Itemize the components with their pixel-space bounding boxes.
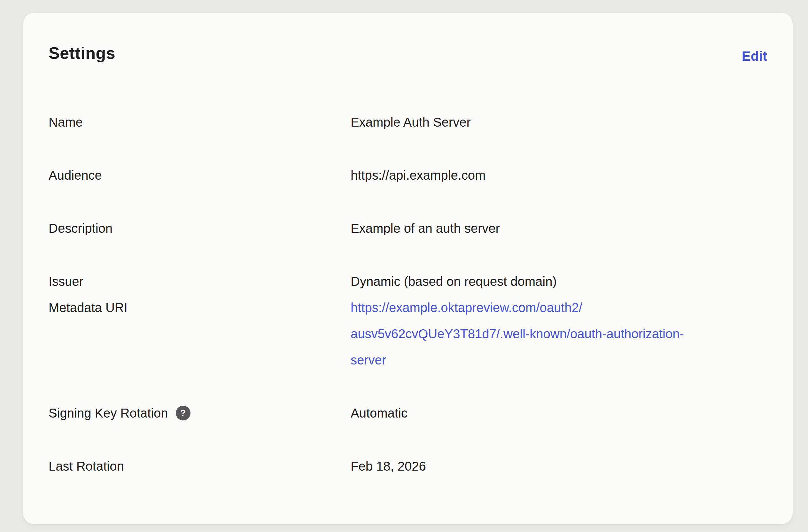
audience-label: Audience [49, 162, 351, 188]
row-audience: Audience https://api.example.com [49, 162, 767, 188]
last-rotation-label: Last Rotation [49, 453, 351, 479]
row-signing-key-rotation: Signing Key Rotation ? Automatic [49, 400, 767, 426]
settings-card: Settings Edit Name Example Auth Server A… [23, 13, 793, 524]
help-icon[interactable]: ? [176, 406, 190, 420]
row-last-rotation: Last Rotation Feb 18, 2026 [49, 453, 767, 479]
metadata-uri-label: Metadata URI [49, 294, 351, 373]
page-title: Settings [49, 43, 115, 63]
description-label: Description [49, 215, 351, 241]
settings-card-header: Settings Edit [49, 43, 767, 63]
metadata-uri-value: https://example.oktapreview.com/oauth2/ … [351, 294, 767, 373]
last-rotation-value: Feb 18, 2026 [351, 453, 767, 479]
signing-key-rotation-label: Signing Key Rotation [49, 400, 168, 426]
signing-key-rotation-value: Automatic [351, 400, 767, 426]
audience-value: https://api.example.com [351, 162, 767, 188]
metadata-uri-link-line: server [351, 347, 767, 373]
edit-button[interactable]: Edit [742, 49, 767, 64]
metadata-uri-link-line: ausv5v62cvQUeY3T81d7/.well-known/oauth-a… [351, 321, 767, 347]
metadata-uri-link[interactable]: https://example.oktapreview.com/oauth2/ … [351, 294, 767, 373]
issuer-value: Dynamic (based on request domain) [351, 268, 767, 294]
name-label: Name [49, 109, 351, 135]
issuer-label: Issuer [49, 268, 351, 294]
settings-rows: Name Example Auth Server Audience https:… [49, 109, 767, 479]
metadata-uri-link-line: https://example.oktapreview.com/oauth2/ [351, 294, 767, 321]
signing-key-rotation-label-group: Signing Key Rotation ? [49, 400, 351, 426]
row-name: Name Example Auth Server [49, 109, 767, 135]
row-issuer: Issuer Dynamic (based on request domain) [49, 268, 767, 294]
name-value: Example Auth Server [351, 109, 767, 135]
row-description: Description Example of an auth server [49, 215, 767, 241]
description-value: Example of an auth server [351, 215, 767, 241]
row-metadata-uri: Metadata URI https://example.oktapreview… [49, 294, 767, 373]
